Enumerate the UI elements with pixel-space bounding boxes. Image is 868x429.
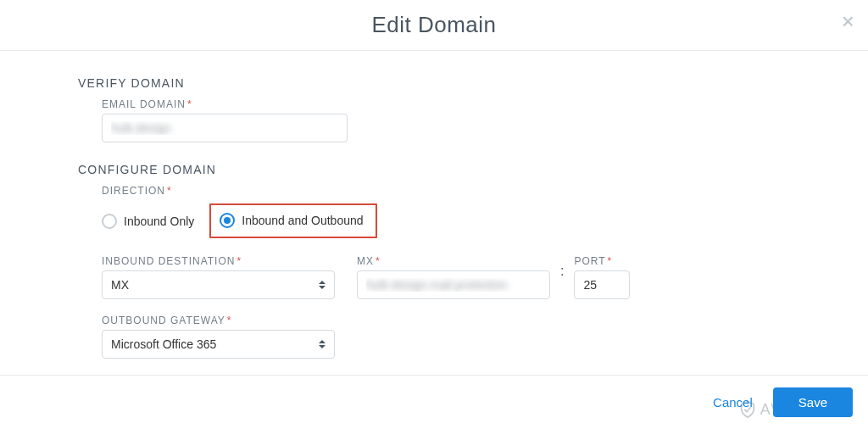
required-marker: * (167, 185, 172, 197)
highlight-box: Inbound and Outbound (209, 203, 376, 238)
outbound-gateway-label: OUTBOUND GATEWAY* (102, 315, 790, 326)
modal-footer: AVANET Cancel Save (0, 375, 868, 429)
mx-label-text: MX (357, 255, 374, 267)
port-input[interactable] (574, 270, 630, 299)
port-label: PORT* (574, 255, 630, 267)
inbound-destination-label: INBOUND DESTINATION* (102, 255, 335, 267)
email-domain-input[interactable] (102, 114, 348, 142)
required-marker: * (376, 255, 381, 267)
required-marker: * (236, 255, 242, 267)
save-button[interactable]: Save (773, 387, 853, 417)
direction-label: DIRECTION* (102, 185, 790, 197)
radio-inbound-outbound-label: Inbound and Outbound (242, 214, 363, 227)
close-icon[interactable]: × (842, 10, 854, 32)
modal-header: Edit Domain × (0, 0, 868, 51)
edit-domain-modal: Edit Domain × VERIFY DOMAIN EMAIL DOMAIN… (0, 0, 868, 429)
radio-inbound-only[interactable]: Inbound Only (102, 214, 194, 229)
cancel-button[interactable]: Cancel (706, 388, 760, 416)
email-domain-label-text: EMAIL DOMAIN (102, 98, 186, 110)
radio-circle-icon (220, 213, 235, 228)
radio-inbound-only-label: Inbound Only (124, 214, 194, 228)
colon-separator: : (560, 264, 564, 279)
required-marker: * (227, 315, 232, 326)
radio-circle-icon (102, 214, 117, 229)
radio-inbound-outbound[interactable]: Inbound and Outbound (220, 213, 363, 228)
required-marker: * (187, 98, 192, 110)
direction-label-text: DIRECTION (102, 185, 165, 197)
port-label-text: PORT (574, 255, 605, 267)
inbound-destination-select[interactable] (102, 270, 335, 299)
outbound-gateway-select[interactable] (102, 330, 335, 359)
mx-input[interactable] (357, 270, 550, 299)
outbound-gateway-label-text: OUTBOUND GATEWAY (102, 315, 225, 326)
modal-title: Edit Domain (371, 12, 496, 38)
inbound-row: INBOUND DESTINATION* MX* : PO (102, 250, 790, 299)
required-marker: * (608, 255, 613, 267)
configure-domain-section: CONFIGURE DOMAIN (78, 163, 790, 176)
verify-domain-section: VERIFY DOMAIN (78, 76, 790, 90)
mx-label: MX* (357, 255, 550, 267)
email-domain-label: EMAIL DOMAIN* (102, 98, 790, 110)
modal-body: VERIFY DOMAIN EMAIL DOMAIN* CONFIGURE DO… (0, 51, 868, 375)
direction-radio-group: Inbound Only Inbound and Outbound (102, 203, 790, 238)
inbound-destination-label-text: INBOUND DESTINATION (102, 255, 235, 267)
